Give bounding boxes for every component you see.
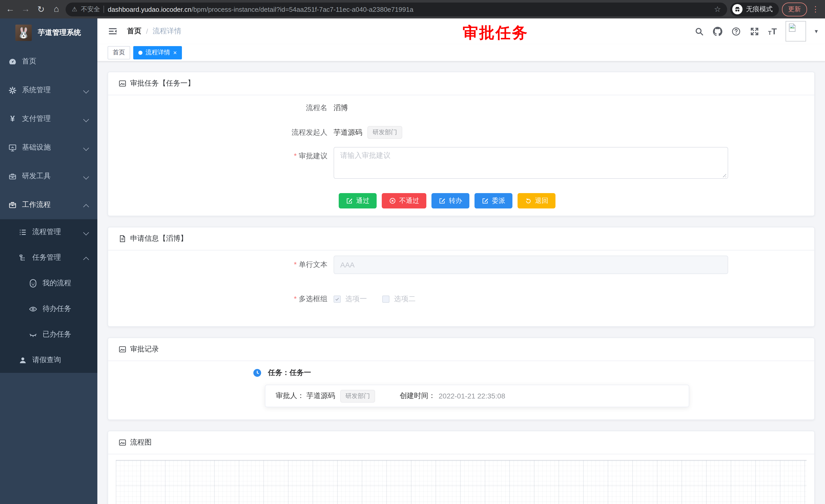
search-icon[interactable]	[694, 26, 704, 36]
sidebar-item-leave-query[interactable]: 请假查询	[0, 347, 97, 373]
user-icon	[18, 356, 27, 364]
create-time-value: 2022-01-21 22:35:08	[439, 392, 505, 400]
bookmark-star-icon[interactable]: ☆	[714, 5, 721, 14]
github-icon[interactable]	[713, 26, 723, 36]
bpmn-canvas[interactable]	[116, 460, 807, 504]
reject-button[interactable]: 不通过	[382, 193, 426, 208]
apply-info-card: 申请信息【滔博】 *单行文本 *多选框组	[107, 227, 815, 327]
eye-icon	[29, 305, 38, 313]
create-time-label: 创建时间：	[400, 391, 436, 401]
required-mark: *	[294, 152, 297, 160]
breadcrumb-home[interactable]: 首页	[127, 27, 141, 36]
caret-down-icon[interactable]: ▾	[815, 28, 818, 35]
single-text-input	[333, 256, 728, 274]
briefcase-icon	[8, 200, 17, 209]
sidebar-collapse-icon[interactable]	[107, 26, 118, 36]
return-button[interactable]: 退回	[518, 193, 555, 208]
chevron-down-icon	[84, 230, 89, 235]
yen-icon: ¥	[8, 114, 17, 123]
face-icon	[29, 279, 38, 287]
checkbox-option-1: 选项一	[333, 295, 367, 304]
address-bar[interactable]: ⚠ 不安全 dashboard.yudao.iocoder.cn/bpm/pro…	[66, 2, 727, 16]
sidebar-item-payment[interactable]: ¥ 支付管理	[0, 104, 97, 133]
sidebar-item-task-mgmt[interactable]: 任务管理	[0, 245, 97, 270]
chevron-up-icon	[84, 202, 89, 207]
chevron-down-icon	[84, 88, 89, 93]
card-title: 审批记录	[130, 345, 159, 354]
app-logo[interactable]: 🐰 芋道管理系统	[0, 18, 97, 47]
apply-info-card-body: *单行文本 *多选框组 选项一	[108, 250, 814, 326]
sidebar-item-system[interactable]: 系统管理	[0, 76, 97, 104]
card-title: 流程图	[130, 438, 152, 447]
security-warning-icon[interactable]: ⚠	[72, 6, 77, 13]
sidebar-item-workflow[interactable]: 工作流程	[0, 190, 97, 219]
checkbox-group-row: *多选框组 选项一 选项二	[119, 295, 804, 304]
approval-task-card-header: 审批任务【任务一】	[108, 72, 814, 95]
card-title: 申请信息【滔博】	[130, 234, 188, 243]
approve-button[interactable]: 通过	[339, 193, 377, 208]
browser-reload-button[interactable]: ↻	[35, 3, 47, 15]
process-name-label: 流程名	[119, 103, 333, 113]
gear-icon	[8, 86, 17, 94]
browser-toolbar: ← → ↻ ⌂ ⚠ 不安全 dashboard.yudao.iocoder.cn…	[0, 0, 825, 18]
fullscreen-icon[interactable]	[750, 26, 759, 36]
url-divider	[104, 6, 104, 13]
process-name-row: 流程名 滔博	[119, 103, 804, 113]
approver-label: 审批人：	[276, 391, 304, 401]
initiator-value: 芋道源码	[333, 128, 362, 137]
picture-icon	[119, 79, 127, 88]
flow-chart-card: 流程图	[107, 431, 815, 504]
avatar[interactable]	[785, 21, 806, 41]
browser-home-button[interactable]: ⌂	[50, 3, 63, 15]
page-content: 审批任务【任务一】 流程名 滔博 流程发起人 芋道源码 研发部门	[97, 62, 825, 504]
dept-tag: 研发部门	[367, 126, 402, 139]
sidebar-item-process-mgmt[interactable]: 流程管理	[0, 219, 97, 245]
sidebar-item-infra[interactable]: 基础设施	[0, 133, 97, 162]
browser-update-button[interactable]: 更新	[782, 2, 807, 16]
checkbox-group-label: *多选框组	[119, 295, 333, 304]
browser-forward-button[interactable]: →	[19, 3, 32, 15]
sidebar-item-home[interactable]: 首页	[0, 47, 97, 76]
tag-process-detail[interactable]: 流程详情 ×	[133, 46, 182, 59]
sidebar-item-done-tasks[interactable]: 已办任务	[0, 322, 97, 347]
delegate-button[interactable]: 委派	[474, 193, 512, 208]
tag-close-icon[interactable]: ×	[173, 50, 177, 56]
approval-record-card: 审批记录 任务：任务一 审批人： 芋道源码 研发部门	[107, 338, 815, 420]
required-mark: *	[294, 295, 297, 303]
logo-avatar: 🐰	[15, 24, 32, 41]
dept-tag: 研发部门	[340, 390, 375, 402]
navbar-actions: TT ▾	[694, 21, 818, 41]
list-tree-icon	[18, 228, 27, 236]
browser-menu-icon[interactable]: ⋮	[810, 5, 821, 14]
toolbox-icon	[8, 172, 17, 180]
tag-home[interactable]: 首页	[107, 46, 130, 59]
checkbox-option-2: 选项二	[382, 295, 416, 304]
process-name-value: 滔博	[333, 103, 348, 113]
flow-chart-card-header: 流程图	[108, 431, 814, 454]
opinion-textarea[interactable]	[333, 147, 728, 179]
broken-image-icon	[787, 22, 797, 33]
edit-icon	[439, 197, 446, 204]
top-navbar: 首页 / 流程详情 审批任务	[97, 18, 825, 44]
edit-icon	[346, 197, 353, 204]
font-size-icon[interactable]: TT	[768, 27, 777, 35]
sidebar-item-todo-tasks[interactable]: 待办任务	[0, 296, 97, 322]
picture-icon	[119, 345, 127, 353]
timeline-item: 任务：任务一	[253, 368, 804, 377]
help-icon[interactable]	[731, 26, 741, 36]
chevron-down-icon	[84, 174, 89, 179]
undo-icon	[525, 197, 532, 204]
sidebar-item-my-process[interactable]: 我的流程	[0, 270, 97, 296]
screen: ← → ↻ ⌂ ⚠ 不安全 dashboard.yudao.iocoder.cn…	[0, 0, 825, 504]
browser-back-button[interactable]: ←	[4, 3, 16, 15]
approval-record-card-body: 任务：任务一 审批人： 芋道源码 研发部门 创建时间： 2022-01-21 2…	[108, 361, 814, 419]
single-text-label: *单行文本	[119, 260, 333, 269]
page-url[interactable]: dashboard.yudao.iocoder.cn/bpm/process-i…	[108, 5, 414, 13]
document-icon	[119, 235, 127, 243]
breadcrumb: 首页 / 流程详情	[127, 27, 181, 36]
transfer-button[interactable]: 转办	[432, 193, 469, 208]
sidebar-item-devtools[interactable]: 研发工具	[0, 162, 97, 190]
security-label[interactable]: 不安全	[81, 5, 100, 14]
incognito-badge: 无痕模式	[730, 2, 779, 16]
clock-icon	[253, 368, 262, 377]
